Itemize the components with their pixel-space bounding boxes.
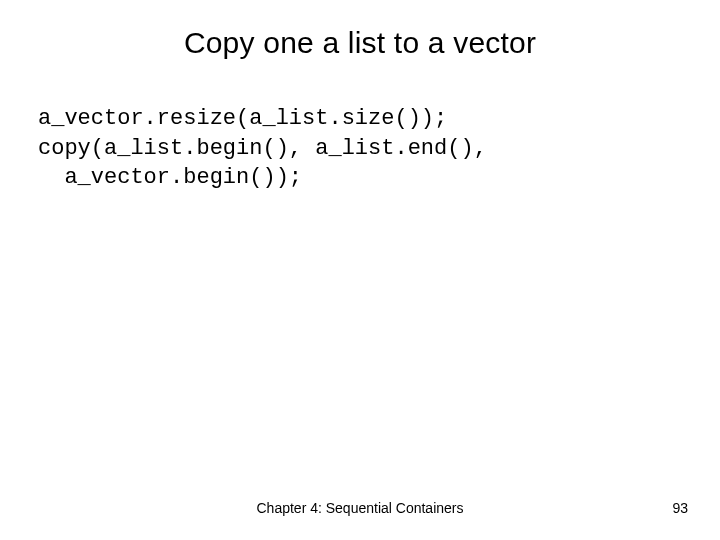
slide-title: Copy one a list to a vector	[0, 26, 720, 60]
slide: Copy one a list to a vector a_vector.res…	[0, 0, 720, 540]
footer-page-number: 93	[672, 500, 688, 516]
code-block: a_vector.resize(a_list.size()); copy(a_l…	[38, 104, 682, 193]
footer-chapter-label: Chapter 4: Sequential Containers	[0, 500, 720, 516]
